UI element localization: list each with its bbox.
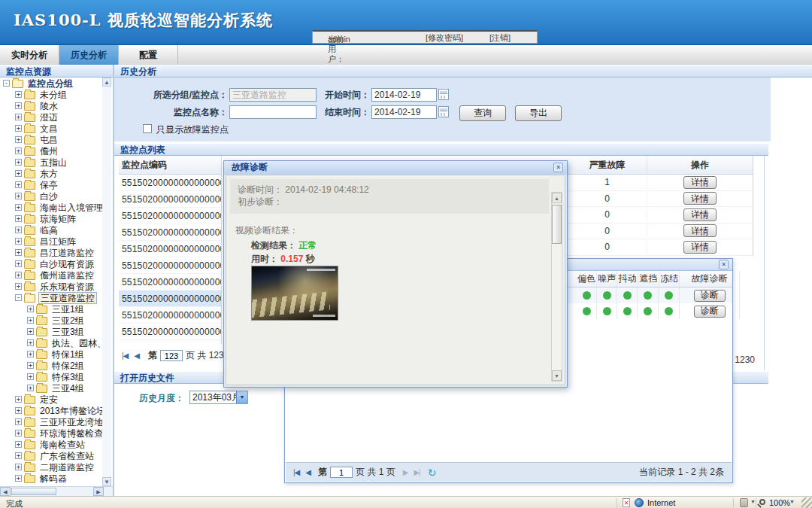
tree-node[interactable]: + 海南检查站 [0, 439, 104, 450]
expand-toggle-icon[interactable]: + [27, 362, 34, 369]
tree-node-label[interactable]: 屯昌 [38, 135, 59, 145]
tree-node-label[interactable]: 海南检查站 [38, 440, 86, 450]
expand-toggle-icon[interactable]: + [15, 249, 22, 256]
tree-node-label[interactable]: 东方 [38, 169, 59, 179]
logout-link[interactable]: [注销] [489, 33, 511, 43]
modal-vertical-scrollbar[interactable]: ▲ ▼ [551, 192, 562, 382]
tree-node[interactable]: + 三亚2组 [0, 315, 104, 326]
expand-toggle-icon[interactable]: + [15, 181, 22, 188]
tree-node[interactable]: + 执法、园林、教育 [0, 337, 104, 348]
scrollbar-thumb[interactable] [552, 205, 562, 244]
monitor-code-row[interactable]: 5515020000000000000011100... [119, 191, 221, 208]
monitor-code-row[interactable]: 5515020000000000000011100... [119, 175, 221, 191]
tree-node-label[interactable]: 监控点分组 [26, 78, 74, 89]
tree-node[interactable]: + 解码器 [0, 473, 104, 484]
expand-toggle-icon[interactable]: + [15, 272, 22, 278]
first-page-icon[interactable]: |◀ [122, 351, 128, 360]
tree-node-label[interactable]: 2013年博鳌论坛图像 [38, 406, 104, 416]
detail-button[interactable]: 详情 [683, 241, 717, 254]
tree-node[interactable]: + 临高 [0, 224, 104, 236]
expand-toggle-icon[interactable]: + [15, 430, 22, 437]
detail-button[interactable]: 详情 [683, 176, 717, 189]
tree-node-label[interactable]: 未分组 [38, 90, 68, 100]
nav-tab[interactable]: 实时分析 [0, 45, 59, 65]
tree-node-label[interactable]: 执法、园林、教育 [50, 338, 104, 348]
expand-toggle-icon[interactable]: + [27, 373, 34, 380]
monitor-code-row[interactable]: 5515020000000000000011100... [119, 208, 221, 224]
expand-toggle-icon[interactable]: + [15, 215, 22, 222]
dropdown-caret-icon[interactable]: ▼ [789, 499, 795, 504]
tree-node[interactable]: + 琼海矩阵 [0, 213, 104, 224]
tree-node-label[interactable]: 三亚道路监控 [38, 292, 97, 304]
scroll-up-icon[interactable]: ▲ [102, 78, 111, 87]
tree-vertical-scrollbar[interactable]: ▲ ▼ [102, 78, 111, 486]
detail-button[interactable]: 详情 [683, 224, 717, 237]
query-button[interactable]: 查询 [459, 105, 506, 121]
change-password-link[interactable]: [修改密码] [426, 33, 463, 43]
dropdown-caret-icon[interactable]: ▼ [750, 499, 756, 504]
monitor-code-row[interactable]: 5515020000000000000011100... [119, 291, 221, 307]
tree-node[interactable]: - 监控点分组 [0, 78, 104, 89]
tree-node-label[interactable]: 琼海矩阵 [38, 214, 77, 224]
tree-node[interactable]: + 儋州 [0, 145, 104, 157]
start-date-input[interactable] [371, 88, 437, 102]
first-page-icon[interactable]: |◀ [293, 468, 299, 476]
expand-toggle-icon[interactable]: + [15, 91, 22, 98]
tree-node-label[interactable]: 乐东现有资源 [38, 281, 95, 292]
expand-toggle-icon[interactable]: + [15, 464, 22, 470]
expand-toggle-icon[interactable]: + [15, 238, 22, 245]
tree-node[interactable]: - 三亚道路监控 [0, 292, 104, 303]
expand-toggle-icon[interactable]: + [27, 339, 34, 346]
tree-node-label[interactable]: 五指山 [38, 157, 68, 168]
tree-node-label[interactable]: 文昌 [38, 123, 59, 134]
monitor-name-input[interactable] [229, 105, 317, 119]
tree-node[interactable]: + 澄迈 [0, 111, 104, 123]
tree-node-label[interactable]: 二期道路监控 [38, 462, 95, 473]
tree-node-label[interactable]: 三亚2组 [50, 315, 86, 326]
refresh-icon[interactable]: ↻ [428, 467, 437, 479]
tree-node[interactable]: + 三亚环亚龙湾地区治安 [0, 416, 104, 427]
expand-toggle-icon[interactable]: + [15, 475, 22, 482]
tree-node-label[interactable]: 临高 [38, 225, 59, 236]
monitor-code-row[interactable]: 5515020000000000000011100... [119, 257, 221, 274]
history-month-select[interactable]: 2013年03月 ▼ [189, 391, 248, 404]
tree-node[interactable]: + 乐东现有资源 [0, 281, 104, 292]
tree-node[interactable]: + 三亚4组 [0, 382, 104, 394]
expand-toggle-icon[interactable]: + [15, 148, 22, 154]
expand-toggle-icon[interactable]: + [27, 328, 34, 335]
detail-button[interactable]: 详情 [683, 192, 717, 205]
tree-node[interactable]: + 海南出入境管理部门 [0, 202, 104, 213]
scroll-right-icon[interactable]: ▶ [93, 487, 104, 496]
tree-node-label[interactable]: 定安 [38, 394, 59, 405]
detail-button[interactable]: 详情 [683, 208, 717, 221]
next-page-icon[interactable]: ▶ [403, 468, 408, 476]
tree-node-label[interactable]: 昌江道路监控 [38, 248, 95, 258]
expand-toggle-icon[interactable]: + [15, 283, 22, 290]
nav-tab[interactable]: 历史分析 [59, 45, 119, 65]
tree-node[interactable]: + 未分组 [0, 89, 104, 100]
tree-node[interactable]: + 文昌 [0, 123, 104, 134]
expand-toggle-icon[interactable]: + [15, 159, 22, 166]
tree-node[interactable]: + 昌江道路监控 [0, 247, 104, 258]
end-date-input[interactable] [371, 105, 437, 119]
tree-node[interactable]: + 环琼海博鳌检查站 [0, 427, 104, 439]
tree-node[interactable]: + 三亚3组 [0, 326, 104, 337]
tree-node[interactable]: + 五指山 [0, 157, 104, 168]
monitor-code-row[interactable]: 5515020000000000000011100... [119, 224, 221, 241]
calendar-icon[interactable] [438, 106, 449, 117]
monitor-code-row[interactable]: 5515020000000000000011100... [119, 241, 221, 257]
expand-toggle-icon[interactable]: + [15, 102, 22, 109]
prev-page-icon[interactable]: ◀ [134, 351, 139, 360]
tree-node-label[interactable]: 陵水 [38, 101, 59, 111]
scroll-up-icon[interactable]: ▲ [552, 193, 562, 203]
tree-node-label[interactable]: 解码器 [38, 473, 68, 484]
tree-node[interactable]: + 白沙 [0, 190, 104, 202]
tree-node-label[interactable]: 特保3组 [50, 372, 86, 382]
tree-node[interactable]: + 特保3组 [0, 371, 104, 382]
expand-toggle-icon[interactable]: + [15, 441, 22, 448]
expand-toggle-icon[interactable]: + [15, 114, 22, 120]
calendar-icon[interactable] [438, 89, 449, 100]
expand-toggle-icon[interactable]: + [15, 260, 22, 267]
tree-node[interactable]: + 2013年博鳌论坛图像 [0, 405, 104, 416]
scrollbar-thumb[interactable] [11, 488, 56, 495]
